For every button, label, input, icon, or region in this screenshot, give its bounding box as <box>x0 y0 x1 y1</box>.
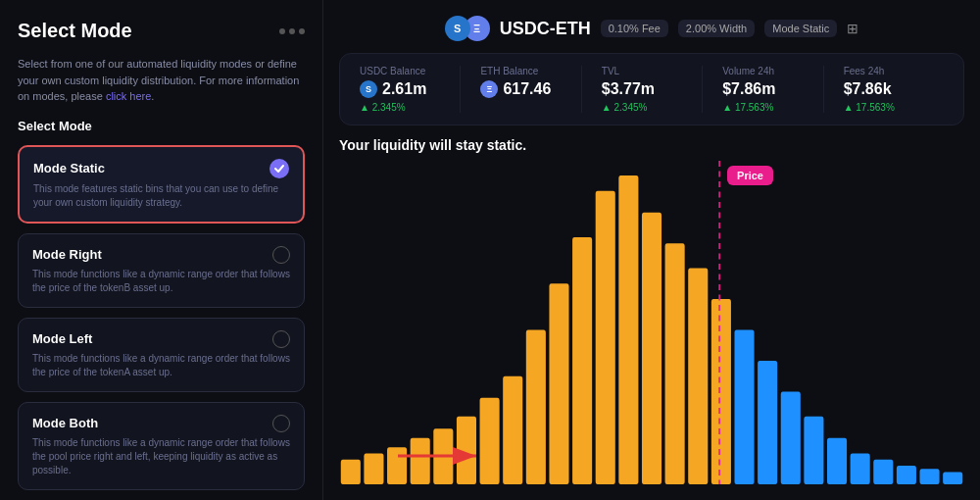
svg-rect-0 <box>341 460 361 484</box>
svg-rect-8 <box>526 330 546 485</box>
svg-rect-20 <box>804 417 823 484</box>
stat-tvl: TVL $3.77m ▲ 2.345% <box>581 66 702 113</box>
svg-rect-16 <box>711 299 731 484</box>
mode-card-static[interactable]: Mode Static This mode features static bi… <box>18 145 305 224</box>
stat-volume-value: $7.86m <box>722 80 775 98</box>
mode-card-left[interactable]: Mode Left This mode functions like a dyn… <box>18 318 305 392</box>
dot-3 <box>299 28 305 34</box>
svg-rect-26 <box>943 472 962 484</box>
external-link-icon[interactable]: ⊞ <box>847 21 858 36</box>
select-mode-section-label: Select Mode <box>18 119 305 133</box>
mode-card-right[interactable]: Mode Right This mode functions like a dy… <box>18 233 305 308</box>
stat-eth-value: 617.46 <box>503 80 551 98</box>
mode-left-name: Mode Left <box>32 331 92 346</box>
svg-rect-13 <box>642 213 662 484</box>
svg-rect-18 <box>758 361 777 484</box>
mode-right-name: Mode Right <box>32 247 102 262</box>
mode-left-desc: This mode functions like a dynamic range… <box>32 352 290 379</box>
svg-rect-19 <box>781 392 801 485</box>
stat-fees-value: $7.86k <box>844 80 892 98</box>
stat-volume-label: Volume 24h <box>722 66 822 76</box>
price-label: Price <box>727 166 773 185</box>
svg-rect-14 <box>665 243 685 484</box>
svg-rect-15 <box>688 269 708 485</box>
chart-container: Price <box>339 161 964 484</box>
svg-rect-17 <box>734 330 754 485</box>
chart-title: Your liquidity will stay static. <box>339 137 964 153</box>
svg-rect-24 <box>897 466 916 484</box>
dot-1 <box>279 28 285 34</box>
stat-eth-icon: Ξ <box>480 80 498 98</box>
stat-fees-change: ▲ 17.563% <box>844 102 944 113</box>
stat-volume: Volume 24h $7.86m ▲ 17.563% <box>702 66 822 113</box>
svg-rect-25 <box>920 469 940 484</box>
svg-rect-11 <box>596 191 615 484</box>
stat-eth-balance: ETH Balance Ξ 617.46 <box>460 66 580 113</box>
mode-both-name: Mode Both <box>32 416 98 430</box>
page-title: Select Mode <box>18 20 132 42</box>
svg-rect-21 <box>827 438 847 484</box>
arrow-indicator <box>398 426 486 470</box>
svg-rect-10 <box>572 237 592 484</box>
chart-area: Your liquidity will stay static. Price <box>339 137 964 484</box>
pair-icons: S Ξ <box>445 16 490 41</box>
stat-tvl-value: $3.77m <box>602 80 655 98</box>
mode-right-radio <box>272 246 290 264</box>
mode-tag: Mode Static <box>764 20 837 37</box>
mode-static-check <box>270 159 289 178</box>
left-header: Select Mode <box>18 20 305 42</box>
usdc-icon: S <box>445 16 470 41</box>
svg-rect-22 <box>851 454 870 485</box>
stat-usdc-balance: USDC Balance S 2.61m ▲ 2.345% <box>360 66 460 113</box>
stat-usdc-change: ▲ 2.345% <box>360 102 460 113</box>
dot-2 <box>289 28 295 34</box>
mode-both-desc: This mode functions like a dynamic range… <box>32 436 290 477</box>
fee-tag: 0.10% Fee <box>601 20 668 37</box>
stat-fees-label: Fees 24h <box>844 66 944 76</box>
click-here-link[interactable]: click here <box>106 90 151 102</box>
mode-left-radio <box>272 330 290 348</box>
stat-volume-change: ▲ 17.563% <box>722 102 822 113</box>
stat-eth-label: ETH Balance <box>480 66 580 76</box>
svg-rect-23 <box>873 460 893 484</box>
svg-rect-7 <box>503 376 522 484</box>
svg-rect-9 <box>549 283 568 484</box>
dots-menu[interactable] <box>279 28 305 34</box>
mode-right-desc: This mode functions like a dynamic range… <box>32 268 290 295</box>
left-panel: Select Mode Select from one of our autom… <box>0 0 323 500</box>
svg-rect-12 <box>618 175 638 484</box>
right-panel: S Ξ USDC-ETH 0.10% Fee 2.00% Width Mode … <box>323 0 980 500</box>
mode-static-name: Mode Static <box>33 161 105 175</box>
mode-card-both[interactable]: Mode Both This mode functions like a dyn… <box>18 402 305 490</box>
mode-static-desc: This mode features static bins that you … <box>33 182 289 210</box>
pair-name: USDC-ETH <box>500 19 591 39</box>
stats-bar: USDC Balance S 2.61m ▲ 2.345% ETH Balanc… <box>339 53 964 125</box>
stat-usdc-value: 2.61m <box>382 80 426 98</box>
stat-fees: Fees 24h $7.86k ▲ 17.563% <box>823 66 944 113</box>
top-bar: S Ξ USDC-ETH 0.10% Fee 2.00% Width Mode … <box>339 16 964 41</box>
mode-both-radio <box>272 415 290 432</box>
left-description: Select from one of our automated liquidi… <box>18 56 305 105</box>
stat-usdc-icon: S <box>360 80 377 98</box>
stat-usdc-label: USDC Balance <box>360 66 460 76</box>
stat-tvl-label: TVL <box>602 66 702 76</box>
stat-tvl-change: ▲ 2.345% <box>602 102 702 113</box>
width-tag: 2.00% Width <box>678 20 755 37</box>
svg-rect-1 <box>364 454 383 485</box>
